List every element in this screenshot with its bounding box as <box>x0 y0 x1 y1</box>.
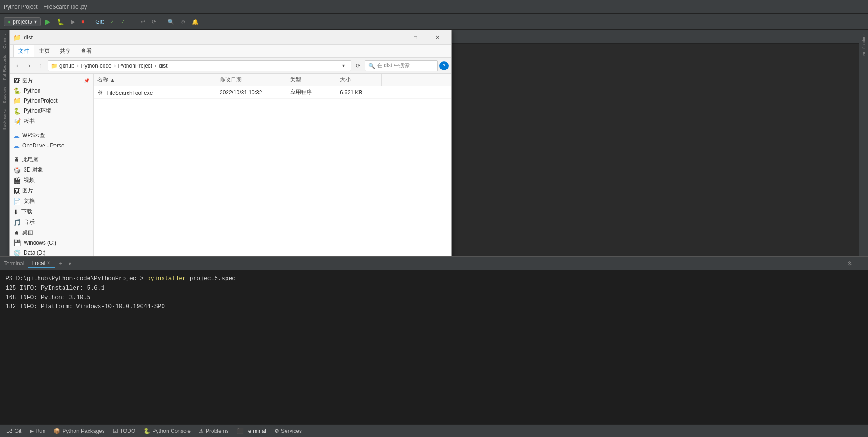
file-list-header: 名称 ▲ 修改日期 类型 大小 <box>94 74 451 86</box>
status-bar: ⎇ Git ▶ Run 📦 Python Packages ☑ TODO 🐍 P… <box>0 424 868 437</box>
nav-item-pythonproject[interactable]: 📁 PythonProject <box>10 96 93 106</box>
terminal-info-3: 182 INFO: Platform: Windows-10-10.0.1904… <box>5 303 165 310</box>
nav-item-wps[interactable]: ☁ WPS云盘 <box>10 130 93 141</box>
file-list: ⚙ FileSearchTool.exe 2022/10/31 10:32 应用… <box>94 86 451 256</box>
up-button[interactable]: ↑ <box>36 61 46 71</box>
git-status-icon: ⎇ <box>6 428 13 434</box>
status-git-label: Git <box>15 428 21 434</box>
nav-item-3d[interactable]: 🎲 3D 对象 <box>10 165 93 175</box>
status-services[interactable]: ⚙ Services <box>271 427 306 435</box>
nav-icon-desktop: 🖥 <box>13 229 20 236</box>
stop-button[interactable]: ■ <box>79 17 87 26</box>
col-header-size[interactable]: 大小 <box>336 74 382 86</box>
file-icon-exe: ⚙ <box>97 89 103 96</box>
status-python-console[interactable]: 🐍 Python Console <box>140 427 194 435</box>
nav-item-docs[interactable]: 📄 文档 <box>10 196 93 206</box>
col-header-size-text: 大小 <box>340 76 351 83</box>
nav-item-pictures2[interactable]: 🖼 图片 <box>10 186 93 196</box>
file-name: FileSearchTool.exe <box>106 90 153 96</box>
nav-item-python-env[interactable]: 🐍 Python环境 <box>10 106 93 116</box>
terminal-add-btn[interactable]: + <box>57 259 64 268</box>
terminal-status-icon: ⬛ <box>237 428 244 434</box>
nav-item-windows-c[interactable]: 💾 Windows (C:) <box>10 238 93 248</box>
terminal-settings-btn[interactable]: ⚙ <box>845 260 854 268</box>
status-run[interactable]: ▶ Run <box>26 427 49 435</box>
nav-item-data-d[interactable]: 💿 Data (D:) <box>10 248 93 256</box>
status-terminal[interactable]: ⬛ Terminal <box>233 427 270 435</box>
status-python-packages[interactable]: 📦 Python Packages <box>50 427 108 435</box>
sidebar-commit[interactable]: Commit <box>1 32 8 51</box>
ide-title-bar: PythonProject – FileSearchTool.py <box>0 0 868 14</box>
nav-label-downloads: 下载 <box>21 208 32 216</box>
settings-btn[interactable]: ⚙ <box>178 17 188 26</box>
back-button[interactable]: ‹ <box>12 61 22 71</box>
status-problems-label: Problems <box>206 428 229 434</box>
git-pull-btn[interactable]: ↩ <box>138 17 148 26</box>
address-dropdown-btn[interactable]: ▾ <box>338 61 348 71</box>
ribbon-tab-share[interactable]: 共享 <box>55 45 76 57</box>
nav-label-pictures-pinned: 图片 <box>22 77 33 84</box>
nav-item-downloads[interactable]: ⬇ 下载 <box>10 206 93 217</box>
coverage-button[interactable]: ▶̲ <box>69 17 77 26</box>
maximize-button[interactable]: □ <box>405 31 426 44</box>
ribbon-tab-home[interactable]: 主页 <box>34 45 55 57</box>
minimize-button[interactable]: ─ <box>383 31 404 44</box>
nav-icon-pictures2: 🖼 <box>13 187 20 195</box>
nav-item-desktop[interactable]: 🖥 桌面 <box>10 227 93 238</box>
update-btn[interactable]: 🔔 <box>190 17 201 26</box>
nav-item-board[interactable]: 📝 板书 <box>10 116 93 127</box>
search-box[interactable]: 🔍 在 dist 中搜索 <box>365 60 438 71</box>
forward-button[interactable]: › <box>24 61 34 71</box>
nav-label-wps: WPS云盘 <box>22 132 45 139</box>
git-check-btn[interactable]: ✓ <box>118 17 128 26</box>
nav-item-music[interactable]: 🎵 音乐 <box>10 217 93 227</box>
terminal-minimize-btn[interactable]: ─ <box>857 260 864 268</box>
nav-item-python[interactable]: 🐍 Python <box>10 86 93 96</box>
nav-item-video[interactable]: 🎬 视频 <box>10 175 93 186</box>
col-header-date[interactable]: 修改日期 <box>216 74 286 86</box>
status-run-label: Run <box>35 428 45 434</box>
nav-label-onedrive: OneDrive - Perso <box>22 142 64 149</box>
status-todo[interactable]: ☑ TODO <box>109 427 139 435</box>
col-header-type[interactable]: 类型 <box>286 74 336 86</box>
nav-item-onedrive[interactable]: ☁ OneDrive - Perso <box>10 141 93 151</box>
terminal-tab-local[interactable]: Local ✕ <box>28 259 55 268</box>
search-placeholder: 在 dist 中搜索 <box>377 62 410 69</box>
file-row-filesearchtool[interactable]: ⚙ FileSearchTool.exe 2022/10/31 10:32 应用… <box>94 86 451 99</box>
run-button[interactable]: ▶ <box>43 16 53 27</box>
address-folder-icon: 📁 <box>51 63 58 69</box>
nav-item-thispc[interactable]: 🖥 此电脑 <box>10 154 93 165</box>
git-commit-btn[interactable]: ✓ <box>108 17 117 26</box>
terminal-tabs-bar: Terminal: Local ✕ + ▾ ⚙ ─ <box>0 257 868 270</box>
nav-icon-thispc: 🖥 <box>13 156 20 163</box>
status-git[interactable]: ⎇ Git <box>3 427 25 435</box>
nav-icon-onedrive: ☁ <box>13 142 20 149</box>
nav-icon-python: 🐍 <box>13 87 21 94</box>
packages-status-icon: 📦 <box>54 428 60 434</box>
notifications-item[interactable]: Notifications <box>861 32 867 58</box>
path-part-pythonproject: PythonProject <box>118 63 152 69</box>
debug-button[interactable]: 🐛 <box>54 17 67 27</box>
help-button[interactable]: ? <box>439 61 449 70</box>
address-box[interactable]: 📁 github › Python-code › PythonProject ›… <box>48 60 351 71</box>
git-history-btn[interactable]: ⟳ <box>149 17 158 26</box>
search-btn[interactable]: 🔍 <box>165 17 177 26</box>
nav-item-pictures-pinned[interactable]: 🖼 图片 📌 <box>10 75 93 86</box>
close-button[interactable]: ✕ <box>427 31 448 44</box>
ide-run-config[interactable]: ● project5 ▾ <box>4 17 41 26</box>
ribbon-tab-file[interactable]: 文件 <box>13 45 34 57</box>
nav-label-thispc: 此电脑 <box>22 156 39 163</box>
terminal-tab-local-close[interactable]: ✕ <box>47 260 50 265</box>
status-problems[interactable]: ⚠ Problems <box>195 427 232 435</box>
file-size-cell: 6,621 KB <box>336 89 382 96</box>
ribbon-tab-view[interactable]: 查看 <box>76 45 97 57</box>
sidebar-bookmarks[interactable]: Bookmarks <box>1 107 8 133</box>
refresh-button[interactable]: ⟳ <box>353 61 363 71</box>
right-notification-strip: Notifications <box>859 30 868 256</box>
sidebar-structure[interactable]: Structure <box>1 84 8 106</box>
file-date-cell: 2022/10/31 10:32 <box>216 89 286 96</box>
col-header-name[interactable]: 名称 ▲ <box>94 74 216 86</box>
terminal-dropdown-btn[interactable]: ▾ <box>66 259 74 268</box>
sidebar-pull-requests[interactable]: Pull Requests <box>1 52 8 83</box>
git-push-btn[interactable]: ↑ <box>129 17 137 26</box>
